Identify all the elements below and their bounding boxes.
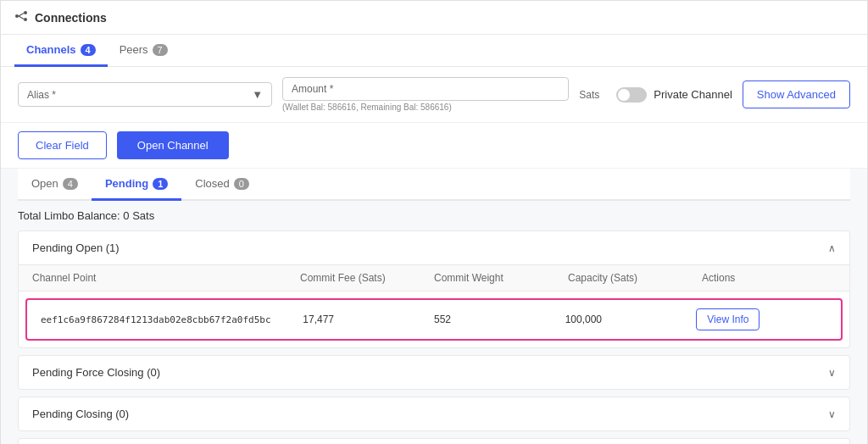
alias-dropdown-arrow[interactable]: ▼ <box>252 88 263 101</box>
col-actions: Actions <box>702 272 836 284</box>
accordion-pending-open: Pending Open (1) ∧ Channel Point Commit … <box>18 230 850 348</box>
accordion-pending-closing: Pending Closing (0) ∨ <box>18 397 850 431</box>
cell-commit-weight: 552 <box>434 314 565 325</box>
accordion-pending-open-title: Pending Open (1) <box>32 241 120 254</box>
cell-capacity: 100,000 <box>565 314 697 325</box>
limbo-balance: Total Limbo Balance: 0 Sats <box>18 201 850 230</box>
open-channel-button[interactable]: Open Channel <box>117 131 229 159</box>
subtab-pending-label: Pending <box>105 177 148 190</box>
accordion-pending-open-body: Channel Point Commit Fee (Sats) Commit W… <box>19 264 849 341</box>
subtab-closed-label: Closed <box>195 177 229 190</box>
tab-peers-badge: 7 <box>153 44 168 56</box>
amount-label: Amount * <box>292 83 333 95</box>
sub-tabs: Open 4 Pending 1 Closed 0 <box>18 169 850 201</box>
view-info-button[interactable]: View Info <box>696 308 760 330</box>
subtab-closed[interactable]: Closed 0 <box>181 169 263 201</box>
content-area: Open 4 Pending 1 Closed 0 Total Limbo Ba… <box>1 169 867 444</box>
tab-peers-label: Peers <box>120 43 148 56</box>
tab-channels-badge: 4 <box>81 44 96 56</box>
accordion-pending-force-closing-title: Pending Force Closing (0) <box>32 366 160 379</box>
app-container: Connections Channels 4 Peers 7 Alias * ▼… <box>0 0 868 444</box>
amount-input-wrap[interactable]: Amount * <box>282 77 569 101</box>
private-channel-label: Private Channel <box>654 88 732 101</box>
toggle-wrap: Private Channel <box>616 87 732 103</box>
action-row: Clear Field Open Channel <box>1 123 867 169</box>
private-channel-toggle[interactable] <box>616 87 647 103</box>
subtab-open[interactable]: Open 4 <box>18 169 92 201</box>
accordion-waiting-close: Waiting Close (0) ∨ <box>18 438 850 444</box>
chevron-down-icon-1: ∨ <box>828 367 836 379</box>
col-commit-weight: Commit Weight <box>434 272 568 284</box>
show-advanced-button[interactable]: Show Advanced <box>743 80 850 108</box>
form-row: Alias * ▼ Amount * (Wallet Bal: 586616, … <box>1 67 867 123</box>
connections-icon <box>14 9 28 25</box>
table-header: Channel Point Commit Fee (Sats) Commit W… <box>19 265 849 291</box>
amount-hint: (Wallet Bal: 586616, Remaining Bal: 5866… <box>282 103 569 112</box>
tab-channels-label: Channels <box>26 43 76 56</box>
cell-commit-fee: 17,477 <box>303 314 434 325</box>
svg-point-2 <box>24 18 27 21</box>
page-title: Connections <box>35 11 107 25</box>
main-tabs: Channels 4 Peers 7 <box>1 35 867 67</box>
cell-actions: View Info <box>696 308 827 330</box>
alias-label: Alias * <box>27 89 56 101</box>
accordion-waiting-close-header[interactable]: Waiting Close (0) ∨ <box>19 439 849 444</box>
col-capacity: Capacity (Sats) <box>568 272 702 284</box>
accordion-pending-closing-title: Pending Closing (0) <box>32 408 129 420</box>
svg-point-1 <box>24 11 27 14</box>
amount-field: Amount * (Wallet Bal: 586616, Remaining … <box>282 77 569 112</box>
subtab-pending-badge: 1 <box>153 178 168 190</box>
accordion-pending-closing-header[interactable]: Pending Closing (0) ∨ <box>19 397 849 430</box>
sats-label: Sats <box>579 89 599 101</box>
alias-input-wrap[interactable]: Alias * ▼ <box>18 82 272 107</box>
table-row: eef1c6a9f867284f1213dab02e8cbb67f2a0fd5b… <box>25 298 843 341</box>
svg-line-4 <box>19 16 24 19</box>
subtab-open-label: Open <box>31 177 58 190</box>
tab-peers[interactable]: Peers 7 <box>108 35 180 67</box>
clear-field-button[interactable]: Clear Field <box>18 131 107 159</box>
svg-point-0 <box>15 14 19 18</box>
cell-channel-point: eef1c6a9f867284f1213dab02e8cbb67f2a0fd5b… <box>41 314 303 325</box>
subtab-pending[interactable]: Pending 1 <box>92 169 181 201</box>
accordion-pending-force-closing: Pending Force Closing (0) ∨ <box>18 355 850 390</box>
accordion-pending-open-header[interactable]: Pending Open (1) ∧ <box>19 231 849 264</box>
chevron-down-icon-2: ∨ <box>828 408 836 420</box>
page-header: Connections <box>1 1 867 35</box>
subtab-open-badge: 4 <box>63 178 78 190</box>
alias-field: Alias * ▼ <box>18 82 272 107</box>
col-channel-point: Channel Point <box>32 272 300 284</box>
col-commit-fee: Commit Fee (Sats) <box>300 272 434 284</box>
subtab-closed-badge: 0 <box>234 178 249 190</box>
accordion-pending-force-closing-header[interactable]: Pending Force Closing (0) ∨ <box>19 356 849 389</box>
chevron-up-icon: ∧ <box>828 242 836 254</box>
svg-line-3 <box>19 14 24 17</box>
tab-channels[interactable]: Channels 4 <box>14 35 108 67</box>
